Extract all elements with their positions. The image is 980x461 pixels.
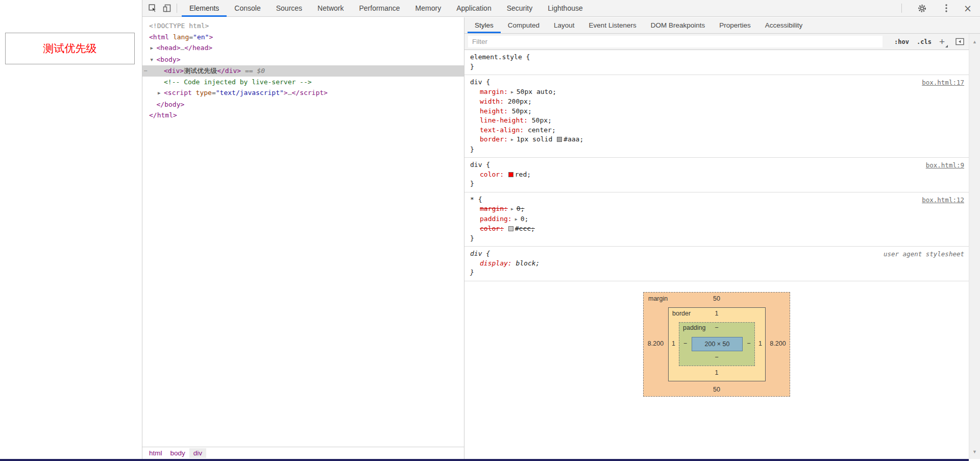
box-model-diagram: 200 × 50margin50508.2008.200border1111pa… bbox=[643, 292, 790, 397]
inspect-element-icon[interactable] bbox=[145, 1, 160, 15]
expand-arrow-icon[interactable]: ▶ bbox=[510, 205, 514, 214]
sidebar-tab-accessibility[interactable]: Accessibility bbox=[758, 17, 810, 33]
spacer bbox=[504, 225, 508, 232]
color-swatch[interactable] bbox=[508, 226, 513, 231]
tab-network[interactable]: Network bbox=[310, 0, 351, 17]
styles-filter-input[interactable] bbox=[468, 36, 883, 47]
sidebar-tab-dom-breakpoints[interactable]: DOM Breakpoints bbox=[644, 17, 713, 33]
css-property[interactable]: color: #ccc; bbox=[470, 224, 964, 234]
close-icon[interactable]: × bbox=[964, 4, 972, 13]
property-value: ; bbox=[527, 171, 531, 178]
tab-elements[interactable]: Elements bbox=[182, 0, 227, 17]
rule-selector[interactable]: div { bbox=[470, 160, 964, 170]
rule-selector[interactable]: * { bbox=[470, 195, 964, 205]
box-model-content-box[interactable]: 200 × 50 bbox=[692, 337, 743, 351]
tab-sources[interactable]: Sources bbox=[268, 0, 310, 17]
property-value: #ccc bbox=[515, 225, 531, 232]
property-name: display: bbox=[480, 259, 512, 267]
scroll-up-arrow-icon[interactable]: ▲ bbox=[969, 39, 980, 44]
tab-lighthouse[interactable]: Lighthouse bbox=[540, 0, 591, 17]
sidebar-tab-properties[interactable]: Properties bbox=[712, 17, 758, 33]
property-value: 200px bbox=[508, 98, 528, 105]
property-value: ; bbox=[528, 98, 532, 105]
padding-right-value: − bbox=[743, 340, 755, 347]
breadcrumb-item-div[interactable]: div bbox=[189, 448, 206, 458]
stylesheet-link[interactable]: box.html:12 bbox=[922, 196, 964, 205]
overflow-dots-icon: ⋯ bbox=[144, 65, 147, 77]
breadcrumb-item-html[interactable]: html bbox=[145, 448, 166, 458]
sidebar-tab-styles[interactable]: Styles bbox=[468, 17, 501, 33]
three-dot-menu-icon[interactable] bbox=[939, 1, 953, 15]
css-property[interactable]: line-height: 50px; bbox=[470, 116, 964, 126]
color-swatch[interactable] bbox=[557, 137, 562, 142]
property-value: 1px solid bbox=[517, 135, 556, 143]
css-property[interactable]: margin:▶0; bbox=[470, 204, 964, 214]
sidebar-tab-computed[interactable]: Computed bbox=[501, 17, 547, 33]
expand-arrow-icon[interactable]: ▶ bbox=[510, 135, 514, 145]
css-property[interactable]: color: red; bbox=[470, 170, 964, 180]
property-value: 50px bbox=[512, 107, 528, 115]
toolbar-separator bbox=[177, 4, 177, 13]
css-property[interactable]: width: 200px; bbox=[470, 97, 964, 107]
padding-bottom-value: − bbox=[643, 354, 790, 361]
tab-console[interactable]: Console bbox=[227, 0, 268, 17]
dom-node[interactable]: <!DOCTYPE html> bbox=[142, 20, 464, 32]
dom-node[interactable]: </html> bbox=[142, 110, 464, 121]
tab-application[interactable]: Application bbox=[449, 0, 499, 17]
rule-close-brace: } bbox=[470, 268, 964, 278]
dom-node[interactable]: <html lang="en"> bbox=[142, 32, 464, 43]
dom-node[interactable]: ▶<script type="text/javascript">…</scrip… bbox=[142, 87, 464, 99]
collapsed-arrow-icon[interactable]: ▶ bbox=[158, 88, 164, 99]
spacer bbox=[528, 116, 532, 124]
dom-token-punct: = bbox=[212, 89, 216, 96]
css-property[interactable]: height: 50px; bbox=[470, 107, 964, 116]
tab-security[interactable]: Security bbox=[499, 0, 541, 17]
property-name: line-height: bbox=[480, 116, 528, 124]
dom-node[interactable]: ▶<head>…</head> bbox=[142, 42, 464, 54]
property-name: padding: bbox=[480, 215, 512, 223]
css-property[interactable]: margin:▶50px auto; bbox=[470, 87, 964, 98]
toggle-hover-state-button[interactable]: :hov bbox=[894, 38, 909, 45]
new-style-rule-button[interactable]: + bbox=[939, 37, 947, 46]
css-property[interactable]: display: block; bbox=[470, 259, 964, 269]
property-value: center bbox=[528, 126, 552, 134]
expand-arrow-icon[interactable]: ▶ bbox=[510, 88, 514, 98]
styles-scrollbar[interactable]: ▲ ▼ bbox=[969, 34, 980, 459]
tab-performance[interactable]: Performance bbox=[351, 0, 407, 17]
toolbar-right-controls: × bbox=[899, 1, 980, 15]
styles-sidebar: StylesComputedLayoutEvent ListenersDOM B… bbox=[464, 17, 980, 459]
dom-node[interactable]: ▼<body> bbox=[142, 54, 464, 66]
css-property[interactable]: text-align: center; bbox=[470, 126, 964, 135]
dom-node[interactable]: <!-- Code injected by live-server --> bbox=[142, 77, 464, 88]
style-rule: user agent stylesheetdiv {display: block… bbox=[464, 247, 969, 281]
breadcrumb-item-body[interactable]: body bbox=[166, 448, 189, 458]
devtools-tab-bar: ElementsConsoleSourcesNetworkPerformance… bbox=[182, 0, 591, 17]
css-property[interactable]: padding:▶0; bbox=[470, 214, 964, 225]
device-toolbar-icon[interactable] bbox=[160, 1, 174, 15]
stylesheet-link[interactable]: box.html:9 bbox=[926, 161, 964, 171]
css-property[interactable]: border:▶1px solid #aaa; bbox=[470, 135, 964, 145]
plus-glyph: + bbox=[939, 36, 945, 47]
sidebar-tab-layout[interactable]: Layout bbox=[547, 17, 582, 33]
dom-node[interactable]: ⋯<div>测试优先级</div> == $0 bbox=[142, 65, 464, 77]
property-name: margin: bbox=[480, 88, 508, 95]
property-value: 0 bbox=[517, 205, 521, 212]
gear-icon[interactable] bbox=[915, 1, 929, 15]
collapsed-arrow-icon[interactable]: ▶ bbox=[151, 43, 157, 54]
dom-token-comment: <!-- Code injected by live-server --> bbox=[164, 78, 312, 86]
toggle-class-button[interactable]: .cls bbox=[917, 38, 932, 45]
toggle-sidebar-icon[interactable] bbox=[954, 37, 965, 47]
rule-selector[interactable]: element.style { bbox=[470, 53, 964, 62]
rule-selector[interactable]: div { bbox=[470, 78, 964, 87]
property-value: #aaa bbox=[564, 135, 579, 143]
sidebar-tab-event-listeners[interactable]: Event Listeners bbox=[582, 17, 644, 33]
scroll-down-arrow-icon[interactable]: ▼ bbox=[969, 449, 980, 454]
tab-memory[interactable]: Memory bbox=[408, 0, 449, 17]
color-swatch[interactable] bbox=[508, 172, 513, 177]
property-name: color: bbox=[480, 171, 504, 178]
expanded-arrow-icon[interactable]: ▼ bbox=[151, 55, 157, 66]
dom-token-tag: > bbox=[209, 33, 213, 41]
expand-arrow-icon[interactable]: ▶ bbox=[514, 215, 519, 225]
dom-node[interactable]: </body> bbox=[142, 99, 464, 110]
stylesheet-link[interactable]: box.html:17 bbox=[922, 78, 964, 88]
